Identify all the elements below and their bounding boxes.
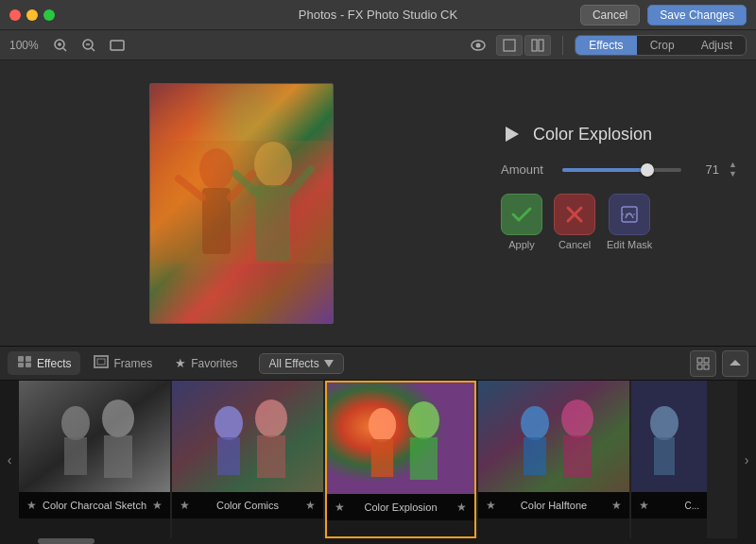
expand-button[interactable] bbox=[722, 350, 748, 377]
star-icon[interactable]: ★ bbox=[26, 499, 37, 512]
star-icon[interactable]: ★ bbox=[486, 499, 496, 512]
svg-rect-28 bbox=[26, 356, 31, 362]
svg-rect-52 bbox=[327, 382, 474, 494]
effects-tab-label: Effects bbox=[37, 357, 71, 370]
svg-point-55 bbox=[408, 401, 439, 439]
thumbnail-preview bbox=[327, 382, 474, 494]
svg-point-61 bbox=[561, 400, 593, 437]
svg-rect-13 bbox=[150, 141, 334, 264]
amount-slider[interactable] bbox=[562, 168, 681, 172]
photo-container bbox=[149, 83, 334, 324]
svg-rect-42 bbox=[64, 437, 87, 475]
edit-mask-label: Edit Mask bbox=[607, 239, 652, 250]
close-button[interactable] bbox=[9, 9, 21, 21]
svg-rect-15 bbox=[202, 188, 231, 254]
canvas-area bbox=[0, 60, 482, 346]
minimize-button[interactable] bbox=[26, 9, 38, 21]
svg-point-43 bbox=[102, 400, 134, 437]
star-icon[interactable]: ★ bbox=[335, 501, 345, 514]
cancel-effect-label: Cancel bbox=[558, 239, 591, 250]
play-preview-button[interactable] bbox=[501, 123, 524, 145]
thumbnail-label-bar: ★ Color Comics ★ bbox=[172, 492, 323, 518]
favorite-icon[interactable]: ★ bbox=[611, 499, 622, 512]
fit-button[interactable] bbox=[107, 35, 128, 56]
svg-marker-38 bbox=[730, 360, 741, 366]
tab-adjust[interactable]: Adjust bbox=[688, 36, 746, 55]
svg-marker-22 bbox=[506, 127, 519, 142]
thumbnail-item[interactable]: ★ Color Halftone ★ bbox=[478, 381, 629, 538]
svg-point-16 bbox=[254, 142, 292, 187]
apply-button[interactable]: Apply bbox=[501, 194, 542, 250]
cancel-effect-button[interactable]: Cancel bbox=[554, 194, 595, 250]
effects-tab-icon bbox=[17, 355, 32, 371]
grid-view-button[interactable] bbox=[690, 350, 716, 377]
svg-rect-32 bbox=[97, 359, 105, 365]
tab-frames-bottom[interactable]: Frames bbox=[84, 351, 162, 375]
favorite-icon[interactable]: ★ bbox=[305, 499, 316, 512]
amount-value: 71 bbox=[691, 162, 719, 177]
scrollbar-thumb[interactable] bbox=[38, 538, 94, 544]
tab-crop[interactable]: Crop bbox=[637, 36, 688, 55]
svg-rect-35 bbox=[704, 358, 709, 363]
thumbnail-item[interactable]: ★ C... bbox=[631, 381, 707, 538]
svg-rect-12 bbox=[539, 40, 543, 51]
zoom-out-button[interactable] bbox=[78, 35, 99, 56]
svg-rect-56 bbox=[410, 437, 438, 480]
svg-rect-58 bbox=[478, 381, 629, 492]
svg-line-6 bbox=[92, 48, 94, 51]
tab-favorites-bottom[interactable]: ★ Favorites bbox=[165, 352, 247, 374]
cancel-button[interactable]: Cancel bbox=[580, 5, 640, 26]
effect-title: Color Explosion bbox=[533, 125, 652, 144]
frames-tab-label: Frames bbox=[113, 357, 152, 370]
amount-row: Amount 71 ▲ ▼ bbox=[501, 161, 737, 178]
svg-rect-34 bbox=[697, 358, 702, 363]
thumbnail-item[interactable]: ★ Color Comics ★ bbox=[172, 381, 323, 538]
svg-rect-31 bbox=[94, 356, 108, 367]
apply-label: Apply bbox=[508, 239, 535, 250]
effects-filter-dropdown[interactable]: All Effects bbox=[259, 353, 344, 374]
thumbnail-label: Color Charcoal Sketch bbox=[43, 500, 146, 511]
thumbnail-preview bbox=[19, 381, 170, 492]
tab-effects[interactable]: Effects bbox=[576, 36, 636, 55]
bottom-panel: Effects Frames ★ Favorites All Effects bbox=[0, 346, 756, 544]
view-toggle bbox=[496, 35, 551, 56]
svg-rect-50 bbox=[257, 435, 285, 478]
tab-effects-bottom[interactable]: Effects bbox=[8, 351, 80, 375]
single-view-button[interactable] bbox=[496, 35, 523, 56]
thumbnail-preview bbox=[172, 381, 323, 492]
scrollbar[interactable] bbox=[0, 538, 756, 544]
prev-arrow[interactable]: ‹ bbox=[0, 381, 19, 538]
thumbnail-item[interactable]: ★ Color Explosion ★ bbox=[325, 381, 476, 538]
thumbnail-label: Color Comics bbox=[216, 500, 279, 511]
thumbnail-label-bar: ★ Color Charcoal Sketch ★ bbox=[19, 492, 170, 518]
edit-mask-button[interactable]: Edit Mask bbox=[607, 194, 652, 250]
next-arrow[interactable]: › bbox=[737, 381, 756, 538]
svg-rect-27 bbox=[18, 356, 24, 362]
favorite-icon[interactable]: ★ bbox=[456, 501, 467, 514]
zoom-level: 100% bbox=[9, 39, 39, 52]
svg-point-9 bbox=[476, 42, 481, 47]
thumbnail-label: Color Explosion bbox=[364, 502, 437, 513]
action-buttons: Apply Cancel bbox=[501, 194, 737, 250]
svg-point-53 bbox=[369, 408, 396, 442]
split-view-button[interactable] bbox=[524, 35, 551, 56]
save-changes-button[interactable]: Save Changes bbox=[647, 5, 747, 26]
toolbar-separator bbox=[562, 36, 563, 55]
svg-rect-30 bbox=[26, 363, 31, 367]
star-icon[interactable]: ★ bbox=[639, 499, 649, 512]
amount-stepper[interactable]: ▲ ▼ bbox=[729, 161, 737, 178]
favorites-tab-label: Favorites bbox=[191, 357, 237, 370]
favorite-icon[interactable]: ★ bbox=[152, 499, 163, 512]
fullscreen-button[interactable] bbox=[43, 9, 55, 21]
star-icon[interactable]: ★ bbox=[180, 499, 190, 512]
thumbnail-item[interactable]: ★ Color Charcoal Sketch ★ bbox=[19, 381, 170, 538]
thumbnail-label-bar: ★ Color Explosion ★ bbox=[327, 494, 474, 520]
chevron-down-icon bbox=[324, 360, 334, 367]
eye-icon[interactable] bbox=[468, 35, 489, 56]
titlebar: Photos - FX Photo Studio CK Cancel Save … bbox=[0, 0, 756, 30]
slider-thumb[interactable] bbox=[641, 163, 654, 177]
window-title: Photos - FX Photo Studio CK bbox=[299, 8, 457, 22]
bottom-right-icons bbox=[690, 350, 748, 377]
zoom-in-button[interactable] bbox=[50, 35, 71, 56]
photo-frame bbox=[149, 83, 334, 324]
